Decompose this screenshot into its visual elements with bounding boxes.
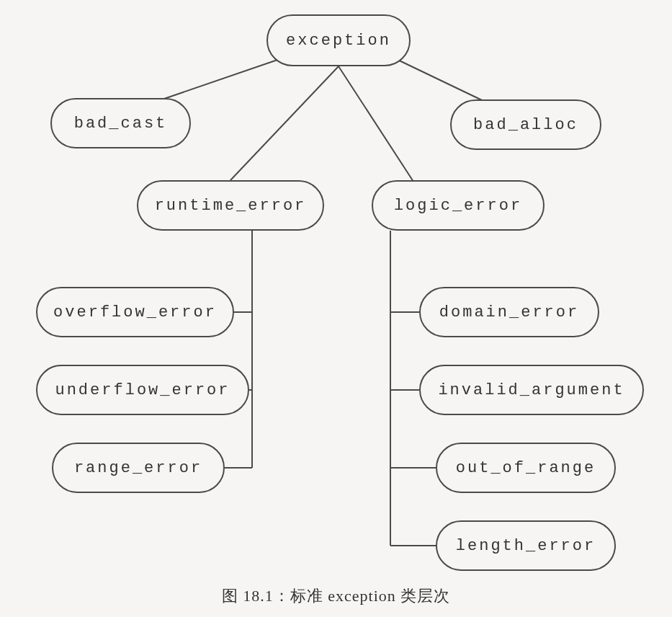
svg-line-3	[339, 66, 415, 184]
node-label: domain_error	[439, 303, 579, 321]
node-label: overflow_error	[53, 303, 217, 321]
node-underflow-error: underflow_error	[36, 365, 249, 415]
node-label: runtime_error	[155, 197, 307, 215]
node-runtime-error: runtime_error	[137, 180, 324, 231]
node-label: out_of_range	[456, 459, 596, 477]
node-range-error: range_error	[52, 443, 225, 493]
node-bad-alloc: bad_alloc	[450, 99, 601, 150]
node-out-of-range: out_of_range	[436, 443, 616, 493]
node-domain-error: domain_error	[419, 287, 599, 337]
node-length-error: length_error	[436, 520, 616, 571]
node-label: logic_error	[394, 197, 522, 215]
node-invalid-argument: invalid_argument	[419, 365, 644, 415]
svg-line-1	[393, 58, 488, 103]
node-logic-error: logic_error	[372, 180, 545, 231]
node-label: length_error	[456, 537, 596, 555]
node-overflow-error: overflow_error	[36, 287, 234, 337]
node-label: invalid_argument	[438, 381, 624, 399]
node-label: bad_cast	[74, 115, 168, 133]
figure-caption: 图 18.1：标准 exception 类层次	[0, 585, 672, 607]
svg-line-0	[156, 58, 284, 102]
node-bad-cast: bad_cast	[50, 98, 191, 148]
svg-line-2	[230, 66, 339, 180]
node-label: exception	[286, 32, 391, 50]
node-label: range_error	[74, 459, 202, 477]
node-label: bad_alloc	[473, 116, 578, 134]
node-exception: exception	[266, 14, 411, 66]
node-label: underflow_error	[55, 381, 230, 399]
